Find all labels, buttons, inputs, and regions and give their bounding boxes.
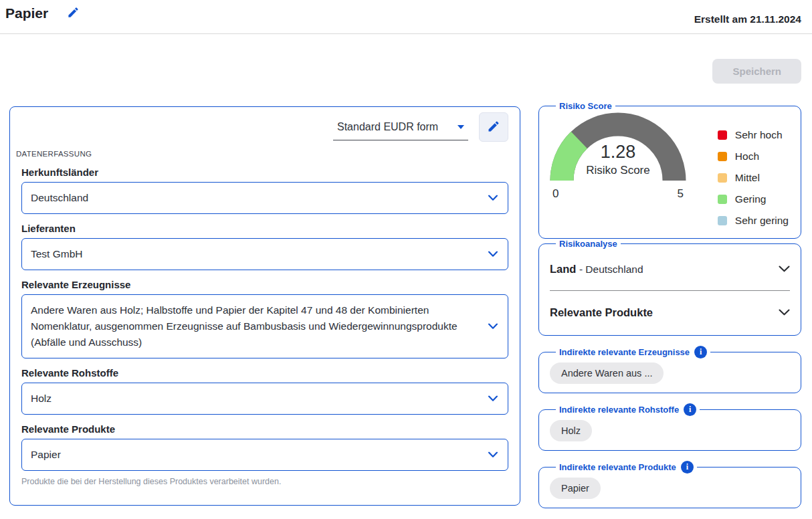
accordion-land-value: - Deutschland (579, 264, 643, 275)
select-value: Papier (31, 449, 61, 461)
legend-label: Sehr hoch (735, 129, 783, 141)
edit-form-button[interactable] (479, 112, 508, 142)
indirect-erzeugnisse-title-text: Indirekte relevante Erzeugnisse (559, 347, 690, 357)
field-label: Relevante Rohstoffe (21, 367, 508, 379)
risk-analysis-title-text: Risikoanalyse (559, 239, 617, 249)
section-label-datenerfassung: DATENERFASSUNG (16, 150, 508, 158)
relevante-produkte-select[interactable]: Papier (21, 439, 508, 471)
risk-score-card-title: Risiko Score (556, 101, 615, 111)
legend-swatch (718, 152, 727, 161)
field-label: Lieferanten (21, 223, 508, 234)
indirect-rohstoffe-card: Indirekte relevante Rohstoffe i Holz (538, 403, 801, 451)
herkunftslaender-select[interactable]: Deutschland (21, 182, 508, 214)
caret-down-icon (458, 125, 464, 129)
legend-swatch (718, 216, 727, 225)
chip-rohstoff: Holz (550, 420, 592, 441)
field-group-herkunftslaender: Herkunftsländer Deutschland (21, 167, 508, 214)
accordion-produkte-label: Relevante Produkte (550, 306, 653, 318)
toolbar: Speichern (0, 34, 812, 84)
risk-legend: Sehr hoch Hoch Mittel Gering (718, 112, 791, 231)
indirect-produkte-card: Indirekte relevante Produkte i Papier (538, 461, 801, 508)
indirect-erzeugnisse-card: Indirekte relevante Erzeugnisse i Andere… (538, 346, 801, 393)
risk-analysis-card: Risikoanalyse Land - Deutschland Relevan… (538, 239, 801, 336)
legend-item-sehr-gering: Sehr gering (718, 210, 789, 231)
risk-analysis-card-title: Risikoanalyse (556, 239, 621, 249)
relevante-rohstoffe-select[interactable]: Holz (21, 383, 508, 415)
legend-item-mittel: Mittel (718, 167, 789, 189)
legend-swatch (718, 195, 727, 204)
field-group-relevante-rohstoffe: Relevante Rohstoffe Holz (21, 367, 508, 415)
risk-gauge: 1.28 Risiko Score (550, 112, 686, 186)
info-icon[interactable]: i (681, 461, 694, 474)
page-header: Papier Erstellt am 21.11.2024 (0, 0, 812, 25)
field-group-lieferanten: Lieferanten Test GmbH (21, 223, 508, 270)
data-entry-panel: Standard EUDR form DATENERFASSUNG Herkun… (9, 106, 520, 506)
indirect-produkte-title: Indirekte relevante Produkte i (556, 461, 697, 474)
field-label: Herkunftsländer (21, 167, 508, 178)
legend-label: Mittel (735, 172, 760, 184)
main-content: Standard EUDR form DATENERFASSUNG Herkun… (0, 84, 812, 508)
page-title: Papier (5, 5, 48, 21)
gauge-max-label: 5 (678, 187, 684, 201)
chevron-down-icon (779, 263, 790, 275)
info-icon[interactable]: i (694, 346, 707, 358)
legend-swatch (718, 173, 727, 183)
indirect-rohstoffe-title-text: Indirekte relevante Rohstoffe (559, 405, 679, 415)
indirect-rohstoffe-title: Indirekte relevante Rohstoffe i (556, 403, 700, 416)
legend-swatch (718, 130, 727, 140)
legend-label: Sehr gering (735, 215, 789, 227)
right-column: Risiko Score 1.28 Risiko Score (538, 101, 801, 508)
indirect-produkte-title-text: Indirekte relevante Produkte (559, 462, 676, 472)
relevante-erzeugnisse-select[interactable]: Andere Waren aus Holz; Halbstoffe und Pa… (21, 294, 508, 358)
select-value: Andere Waren aus Holz; Halbstoffe und Pa… (31, 302, 477, 350)
select-value: Holz (31, 393, 52, 405)
accordion-land[interactable]: Land - Deutschland (550, 251, 790, 286)
legend-label: Gering (735, 193, 767, 205)
select-value: Deutschland (31, 192, 88, 204)
created-date: Erstellt am 21.11.2024 (694, 13, 801, 25)
analysis-divider (550, 290, 790, 291)
info-icon[interactable]: i (684, 403, 696, 416)
save-button[interactable]: Speichern (712, 59, 801, 84)
chevron-down-icon (488, 396, 498, 402)
legend-label: Hoch (735, 150, 759, 163)
field-label: Relevante Erzeugnisse (21, 279, 508, 290)
form-template-value: Standard EUDR form (337, 121, 438, 133)
chevron-down-icon (488, 324, 498, 330)
edit-title-button[interactable] (67, 6, 80, 21)
risk-score-card: Risiko Score 1.28 Risiko Score (538, 101, 801, 239)
chevron-down-icon (779, 306, 790, 318)
field-helper-text: Produkte die bei der Herstellung dieses … (21, 477, 508, 486)
risk-score-title-text: Risiko Score (559, 101, 612, 111)
chip-erzeugnis: Andere Waren aus ... (550, 362, 664, 384)
field-group-relevante-erzeugnisse: Relevante Erzeugnisse Andere Waren aus H… (21, 279, 508, 358)
lieferanten-select[interactable]: Test GmbH (21, 238, 508, 270)
indirect-erzeugnisse-title: Indirekte relevante Erzeugnisse i (556, 346, 710, 358)
field-label: Relevante Produkte (21, 423, 508, 435)
chevron-down-icon (488, 251, 498, 257)
select-value: Test GmbH (31, 248, 83, 260)
pencil-icon (487, 120, 500, 135)
chevron-down-icon (488, 195, 498, 201)
pencil-icon (67, 6, 80, 21)
accordion-relevante-produkte[interactable]: Relevante Produkte (550, 295, 790, 330)
legend-item-sehr-hoch: Sehr hoch (718, 124, 789, 146)
accordion-land-label: Land (550, 263, 576, 275)
chip-produkt: Papier (550, 478, 601, 499)
field-group-relevante-produkte: Relevante Produkte Papier Produkte die b… (21, 423, 508, 486)
legend-item-hoch: Hoch (718, 146, 789, 167)
chevron-down-icon (488, 452, 498, 458)
gauge-min-label: 0 (552, 187, 559, 201)
legend-item-gering: Gering (718, 189, 789, 210)
form-template-select[interactable]: Standard EUDR form (333, 114, 468, 140)
